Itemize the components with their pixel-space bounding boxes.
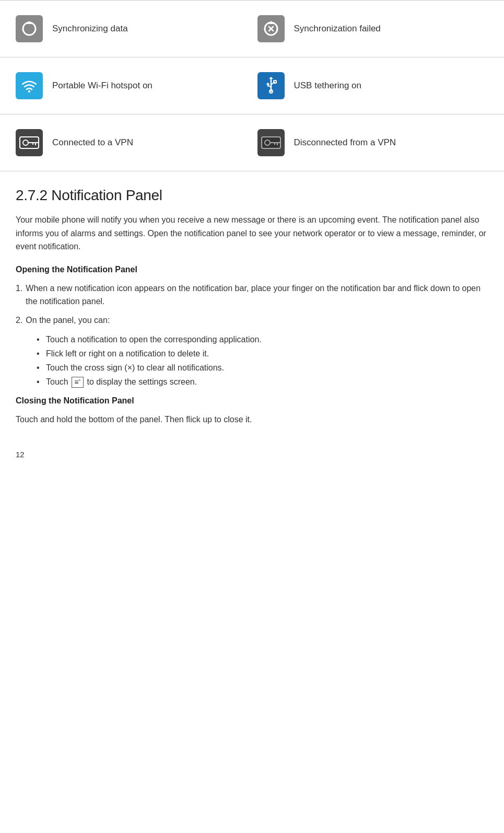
wifi-hotspot-cell: Portable Wi-Fi hotspot on (10, 63, 252, 109)
step1-number: 1. (16, 282, 22, 308)
sync-fail-icon-box (257, 15, 285, 42)
vpn-icon (19, 135, 39, 150)
bullet-1: Touch a notification to open the corresp… (37, 332, 488, 346)
wifi-icon (20, 77, 38, 95)
vpn-off-icon (261, 135, 281, 150)
vpn-off-icon-box (257, 129, 285, 156)
vpn-connected-cell: Connected to a VPN (10, 120, 252, 166)
usb-tethering-cell: USB tethering on (252, 63, 494, 109)
wifi-hotspot-label: Portable Wi-Fi hotspot on (52, 80, 153, 91)
bullet-3: Touch the cross sign (×) to clear all no… (37, 361, 488, 375)
bullet-4: Touch ≡+ to display the settings screen. (37, 375, 488, 389)
vpn-disconnected-cell: Disconnected from a VPN (252, 120, 494, 166)
sync-icon (20, 20, 38, 38)
svg-point-4 (28, 90, 30, 92)
step2-number: 2. (16, 314, 22, 327)
step-2: 2. On the panel, you can: (16, 314, 488, 327)
sync-fail-icon (262, 20, 280, 38)
icon-table-row-3: Connected to a VPN Disconnected from a V… (0, 114, 504, 171)
vpn-connected-label: Connected to a VPN (52, 137, 133, 148)
step2-text: On the panel, you can: (26, 314, 110, 327)
sync-fail-label: Synchronization failed (294, 24, 381, 34)
sync-data-cell: Synchronizing data (10, 6, 252, 52)
page-number: 12 (16, 450, 25, 459)
section-intro: Your mobile phone will notify you when y… (16, 213, 488, 253)
closing-heading: Closing the Notification Panel (16, 396, 488, 406)
vpn-disconnected-label: Disconnected from a VPN (294, 137, 396, 148)
bullet-3-text: Touch the cross sign (×) to clear all no… (46, 363, 224, 372)
vpn-icon-box (16, 129, 43, 156)
svg-marker-12 (269, 77, 273, 79)
sync-fail-cell: Synchronization failed (252, 6, 494, 52)
bullet-list: Touch a notification to open the corresp… (37, 332, 488, 389)
main-content: 2.7.2 Notification Panel Your mobile pho… (0, 171, 504, 469)
sync-icon-box (16, 15, 43, 42)
opening-heading: Opening the Notification Panel (16, 265, 488, 274)
settings-icon-inline: ≡+ (72, 377, 84, 388)
sync-data-label: Synchronizing data (52, 24, 128, 34)
usb-tethering-label: USB tethering on (294, 80, 361, 91)
section-title: 2.7.2 Notification Panel (16, 187, 488, 204)
bullet-1-text: Touch a notification to open the corresp… (46, 335, 262, 344)
usb-icon-box (257, 72, 285, 99)
icon-table-row-1: Synchronizing data Synchronization faile… (0, 0, 504, 57)
usb-icon (262, 77, 280, 95)
bullet-2: Flick left or right on a notification to… (37, 346, 488, 361)
icon-table-row-2: Portable Wi-Fi hotspot on USB tethering … (0, 57, 504, 114)
closing-text: Touch and hold the bottom of the panel. … (16, 413, 488, 426)
wifi-icon-box (16, 72, 43, 99)
bullet-2-text: Flick left or right on a notification to… (46, 349, 209, 358)
step1-text: When a new notification icon appears on … (26, 282, 488, 308)
step-1: 1. When a new notification icon appears … (16, 282, 488, 308)
